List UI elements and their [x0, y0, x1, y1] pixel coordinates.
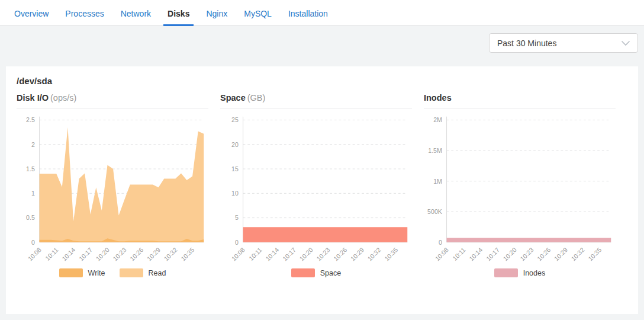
legend-label: Write — [88, 269, 105, 277]
chart-title-disk-i-o: Disk I/O(ops/s) — [17, 93, 208, 108]
tabs-nav: OverviewProcessesNetworkDisksNginxMySQLI… — [10, 2, 340, 25]
chart-col-inodes: Inodes0500K1M1.5M2M10:0810:1110:1410:171… — [424, 93, 627, 277]
svg-text:10:20: 10:20 — [502, 246, 518, 262]
svg-text:10:14: 10:14 — [264, 246, 280, 262]
svg-text:25: 25 — [231, 116, 239, 123]
svg-text:10:11: 10:11 — [247, 246, 263, 262]
svg-text:10:35: 10:35 — [179, 246, 195, 262]
svg-text:10:32: 10:32 — [162, 246, 178, 262]
svg-text:10:26: 10:26 — [332, 246, 348, 262]
svg-text:10:23: 10:23 — [519, 246, 534, 262]
svg-text:10:29: 10:29 — [349, 246, 365, 262]
svg-text:10:08: 10:08 — [27, 246, 43, 262]
chart-title-space: Space(GB) — [220, 93, 412, 108]
legend-entry-space: Space — [291, 268, 341, 277]
charts-row: Disk I/O(ops/s)00.511.522.510:0810:1110:… — [17, 93, 627, 277]
svg-text:5: 5 — [235, 214, 239, 221]
svg-text:1M: 1M — [433, 178, 442, 185]
svg-text:10:17: 10:17 — [485, 246, 501, 262]
legend-swatch-icon — [291, 268, 315, 277]
svg-text:0: 0 — [439, 239, 442, 246]
chart-col-disk-i-o: Disk I/O(ops/s)00.511.522.510:0810:1110:… — [17, 93, 220, 277]
svg-text:10:14: 10:14 — [468, 246, 484, 262]
svg-text:10:17: 10:17 — [281, 246, 297, 262]
card-title: /dev/sda — [17, 76, 627, 86]
svg-text:10:35: 10:35 — [587, 246, 603, 262]
legend-label: Space — [320, 269, 341, 277]
svg-text:0: 0 — [235, 239, 239, 246]
legend-entry-read: Read — [120, 268, 166, 277]
svg-text:10:08: 10:08 — [230, 246, 246, 262]
tab-disks[interactable]: Disks — [163, 2, 194, 26]
legend-label: Read — [149, 269, 166, 277]
svg-text:10:26: 10:26 — [128, 246, 144, 262]
chart-legend: Inodes — [424, 268, 616, 277]
tab-overview[interactable]: Overview — [10, 2, 53, 26]
tab-mysql[interactable]: MySQL — [240, 2, 276, 26]
svg-text:10:11: 10:11 — [451, 246, 467, 262]
chart-plot: 00.511.522.510:0810:1110:1410:1710:2010:… — [17, 112, 208, 270]
chevron-down-icon — [621, 40, 630, 46]
tab-nginx[interactable]: Nginx — [202, 2, 231, 26]
legend-label: Inodes — [523, 269, 546, 277]
svg-text:10:20: 10:20 — [298, 246, 314, 262]
chart-plot: 051015202510:0810:1110:1410:1710:2010:23… — [220, 112, 412, 270]
svg-text:10:29: 10:29 — [146, 246, 162, 262]
svg-text:500K: 500K — [427, 208, 442, 215]
filter-bar: Past 30 Minutes — [0, 26, 644, 66]
svg-text:10:35: 10:35 — [383, 246, 399, 262]
svg-text:2M: 2M — [433, 116, 442, 123]
svg-text:10:17: 10:17 — [78, 246, 94, 262]
svg-text:1: 1 — [31, 190, 35, 197]
chart-plot: 0500K1M1.5M2M10:0810:1110:1410:1710:2010… — [424, 112, 616, 270]
chart-title-inodes: Inodes — [424, 93, 616, 108]
tab-installation[interactable]: Installation — [284, 2, 332, 26]
time-range-value: Past 30 Minutes — [497, 39, 556, 48]
svg-text:0.5: 0.5 — [26, 214, 35, 221]
svg-text:10:11: 10:11 — [44, 246, 60, 262]
svg-text:2.5: 2.5 — [26, 116, 35, 123]
legend-swatch-icon — [120, 268, 143, 277]
chart-col-space: Space(GB)051015202510:0810:1110:1410:171… — [220, 93, 424, 277]
disk-card: /dev/sda Disk I/O(ops/s)00.511.522.510:0… — [6, 66, 638, 314]
chart-legend: WriteRead — [17, 268, 208, 277]
svg-text:10: 10 — [231, 190, 239, 197]
time-range-select[interactable]: Past 30 Minutes — [489, 33, 638, 53]
svg-text:15: 15 — [231, 165, 239, 172]
svg-text:2: 2 — [31, 141, 35, 148]
svg-text:0: 0 — [31, 239, 35, 246]
legend-entry-write: Write — [59, 268, 105, 277]
svg-text:10:20: 10:20 — [95, 246, 111, 262]
svg-text:10:32: 10:32 — [366, 246, 382, 262]
chart-legend: Space — [220, 268, 412, 277]
tab-processes[interactable]: Processes — [61, 2, 108, 26]
svg-text:10:08: 10:08 — [434, 246, 450, 262]
svg-text:10:32: 10:32 — [569, 246, 585, 262]
svg-text:10:23: 10:23 — [111, 246, 127, 262]
svg-text:10:26: 10:26 — [536, 246, 552, 262]
svg-text:10:23: 10:23 — [315, 246, 331, 262]
svg-text:10:14: 10:14 — [60, 246, 76, 262]
tab-network[interactable]: Network — [117, 2, 155, 26]
legend-swatch-icon — [59, 268, 83, 277]
legend-entry-inodes: Inodes — [494, 268, 546, 277]
svg-text:20: 20 — [231, 141, 239, 148]
svg-text:10:29: 10:29 — [553, 246, 569, 262]
legend-swatch-icon — [494, 268, 518, 277]
svg-text:1.5: 1.5 — [26, 165, 35, 172]
svg-text:1.5M: 1.5M — [428, 147, 442, 154]
tab-bar: OverviewProcessesNetworkDisksNginxMySQLI… — [0, 0, 644, 26]
